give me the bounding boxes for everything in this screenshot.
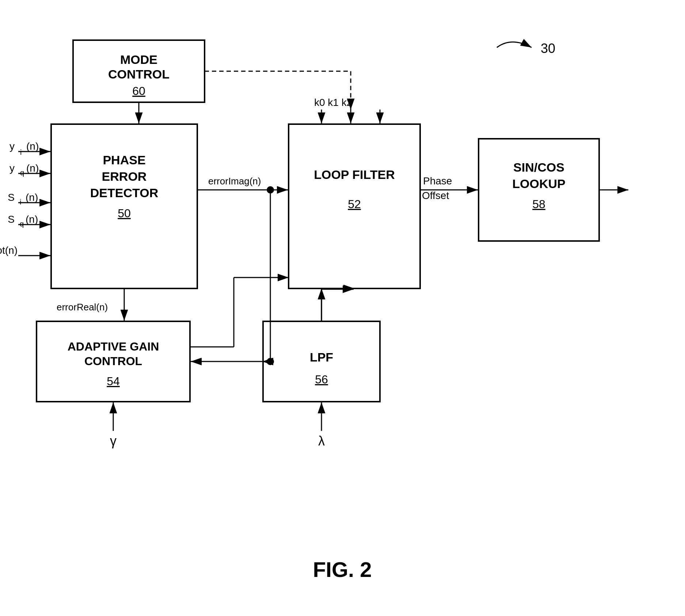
si-label: S	[8, 192, 15, 203]
phase-offset-label: Phase	[423, 175, 452, 187]
yi-label: y	[9, 141, 15, 152]
sincos-number: 58	[532, 198, 545, 211]
mode-control-label: MODE	[120, 53, 157, 66]
ped-label1: PHASE	[103, 153, 145, 167]
yq-label: y	[9, 162, 15, 174]
k-labels: k0 k1 k2	[314, 97, 352, 108]
sincos-label2: LOOKUP	[512, 177, 565, 191]
sincos-label1: SIN/COS	[513, 160, 564, 174]
agc-number: 54	[107, 375, 120, 388]
lpf-number: 56	[315, 373, 328, 386]
yi-paren: (n)	[26, 141, 39, 152]
agc-label2: CONTROL	[84, 355, 142, 368]
si-subscript: i	[20, 198, 21, 206]
lpf-label: LPF	[310, 350, 333, 364]
yq-paren: (n)	[26, 162, 39, 174]
gamma-label: γ	[110, 433, 117, 448]
agc-label1: ADAPTIVE GAIN	[68, 340, 159, 353]
yi-subscript: i	[20, 148, 22, 156]
ped-label3: DETECTOR	[90, 186, 158, 200]
lf-label1: LOOP FILTER	[314, 168, 395, 181]
phase-error-detector-box	[51, 124, 197, 288]
si-paren: (n)	[26, 192, 38, 203]
ped-label2: ERROR	[102, 169, 147, 183]
derot-label: derot(n)	[0, 245, 18, 256]
diagram-container: 30 MODE CONTROL 60 PHASE ERROR DETECTOR …	[0, 0, 685, 616]
fig-label: FIG. 2	[313, 558, 372, 581]
errorreal-label: errorReal(n)	[57, 302, 108, 313]
sq-subscript: q	[20, 220, 24, 228]
figure-number: 30	[541, 41, 555, 56]
mode-control-number: 60	[132, 84, 145, 97]
lf-number: 52	[348, 198, 361, 211]
lambda-label: λ	[318, 433, 325, 448]
sq-paren: (n)	[26, 214, 38, 225]
sq-label: S	[8, 214, 15, 225]
ped-number: 50	[118, 207, 131, 220]
mode-control-label2: CONTROL	[108, 67, 170, 81]
phase-offset-label2: Offset	[422, 190, 449, 201]
circuit-diagram: 30 MODE CONTROL 60 PHASE ERROR DETECTOR …	[0, 0, 685, 616]
yq-subscript: q	[20, 169, 24, 177]
errorimag-label: errorImag(n)	[208, 176, 261, 187]
